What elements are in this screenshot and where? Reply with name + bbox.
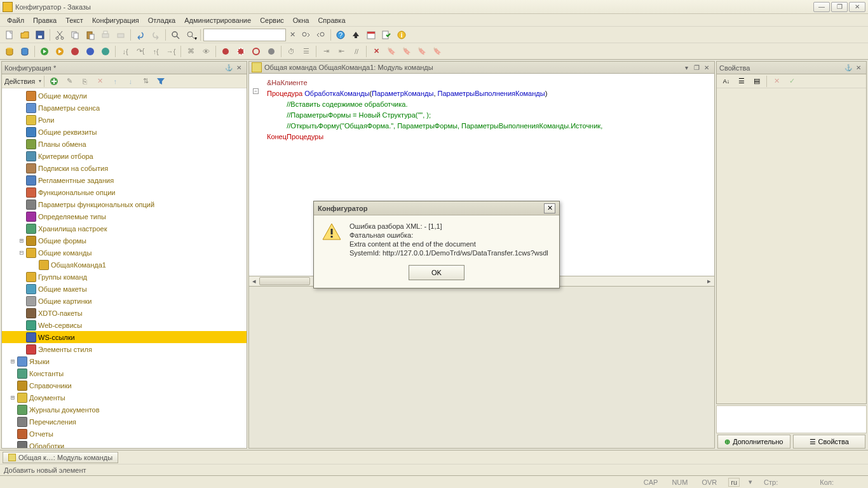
tree-item-10[interactable]: Определяемые типы xyxy=(2,210,247,222)
step-into-icon[interactable]: ↓{ xyxy=(118,44,132,58)
callstack-icon[interactable]: ☰ xyxy=(299,44,313,58)
info-icon[interactable]: i xyxy=(395,28,409,42)
bottom-tab[interactable]: Общая к…: Модуль команды xyxy=(3,452,118,463)
step-out-icon[interactable]: ↑{ xyxy=(149,44,163,58)
open-icon[interactable] xyxy=(18,28,32,42)
tree-item-23[interactable]: Константы xyxy=(2,367,247,379)
eval-expr-icon[interactable]: ⌘ xyxy=(184,44,198,58)
tree-item-2[interactable]: Роли xyxy=(2,114,247,126)
run-to-icon[interactable]: →{ xyxy=(164,44,178,58)
copy2-icon[interactable]: ⎘ xyxy=(78,74,92,88)
tree-item-28[interactable]: Отчеты xyxy=(2,428,247,440)
watch-icon[interactable]: 👁 xyxy=(199,44,213,58)
fold-icon[interactable]: − xyxy=(253,88,259,94)
menu-text[interactable]: Текст xyxy=(61,15,88,26)
tree-item-3[interactable]: Общие реквизиты xyxy=(2,126,247,138)
print-preview-icon[interactable] xyxy=(114,28,128,42)
config-tree[interactable]: Общие модулиПараметры сеансаРолиОбщие ре… xyxy=(2,88,247,448)
menu-help[interactable]: Справка xyxy=(313,15,349,26)
step-over-icon[interactable]: ↷{ xyxy=(133,44,147,58)
bookmark-set-icon[interactable]: 🔖 xyxy=(415,44,429,58)
bookmark-clr-icon[interactable]: 🔖 xyxy=(430,44,444,58)
ok-button[interactable]: OK xyxy=(409,265,465,280)
filter-icon[interactable] xyxy=(154,74,168,88)
menu-service[interactable]: Сервис xyxy=(255,15,288,26)
zoom-icon[interactable]: ▾ xyxy=(184,28,198,42)
breakpoint-disable-icon[interactable] xyxy=(249,44,263,58)
tree-item-4[interactable]: Планы обмена xyxy=(2,138,247,150)
panel-pin-icon[interactable]: ⚓ xyxy=(224,63,234,73)
tree-item-13[interactable]: ⊟Общие команды xyxy=(2,247,247,259)
cut-icon[interactable] xyxy=(53,28,67,42)
sort-az-icon[interactable]: A↓ xyxy=(719,74,733,88)
outdent-icon[interactable]: ⇤ xyxy=(334,44,348,58)
calendar-icon[interactable] xyxy=(364,28,378,42)
breakpoint-icon[interactable] xyxy=(219,44,233,58)
tree-item-20[interactable]: WS-ссылки xyxy=(2,331,247,343)
tab-additional[interactable]: ⊕Дополнительно xyxy=(717,435,790,449)
find-icon[interactable] xyxy=(168,28,182,42)
tree-item-17[interactable]: Общие картинки xyxy=(2,295,247,307)
menu-debug[interactable]: Отладка xyxy=(144,15,180,26)
breakpoint-cond-icon[interactable] xyxy=(234,44,248,58)
menu-config[interactable]: Конфигурация xyxy=(88,15,144,26)
breakpoint-remove-icon[interactable] xyxy=(264,44,278,58)
tab-close-icon[interactable]: ✕ xyxy=(702,62,712,72)
tree-item-25[interactable]: ⊞Документы xyxy=(2,391,247,403)
maximize-button[interactable]: ❐ xyxy=(831,2,848,12)
menu-edit[interactable]: Правка xyxy=(29,15,61,26)
bookmark-prev-icon[interactable]: 🔖 xyxy=(400,44,414,58)
comment-icon[interactable]: // xyxy=(349,44,363,58)
scroll-right-icon[interactable]: ▸ xyxy=(704,276,714,286)
tree-item-8[interactable]: Функциональные опции xyxy=(2,186,247,198)
tab-dropdown-icon[interactable]: ▾ xyxy=(681,62,691,72)
tree-item-6[interactable]: Подписки на события xyxy=(2,162,247,174)
tree-item-18[interactable]: XDTO-пакеты xyxy=(2,307,247,319)
run-continue-icon[interactable] xyxy=(83,44,97,58)
props-close-icon[interactable]: ✕ xyxy=(853,63,864,73)
redo-icon[interactable] xyxy=(149,28,163,42)
categorize-icon[interactable]: ☰ xyxy=(735,74,749,88)
tree-item-19[interactable]: Web-сервисы xyxy=(2,319,247,331)
close-button[interactable]: ✕ xyxy=(849,2,865,12)
delete-icon[interactable]: ✕ xyxy=(93,74,107,88)
down-icon[interactable]: ↓ xyxy=(123,74,137,88)
expand-icon[interactable]: ⊟ xyxy=(17,248,26,257)
run-icon[interactable] xyxy=(37,44,51,58)
undo-icon[interactable] xyxy=(133,28,147,42)
print-icon[interactable] xyxy=(98,28,112,42)
db-connect-icon[interactable] xyxy=(3,44,17,58)
tab-properties[interactable]: ☰Свойства xyxy=(793,435,866,449)
tree-item-0[interactable]: Общие модули xyxy=(2,90,247,102)
tree-item-9[interactable]: Параметры функциональных опций xyxy=(2,198,247,210)
copy-icon[interactable] xyxy=(68,28,82,42)
prop-chk-icon[interactable]: ✓ xyxy=(785,74,799,88)
tree-item-7[interactable]: Регламентные задания xyxy=(2,174,247,186)
help-icon[interactable]: ? xyxy=(334,28,348,42)
menu-admin[interactable]: Администрирование xyxy=(180,15,255,26)
run-debug-icon[interactable] xyxy=(53,44,67,58)
filter2-icon[interactable]: ▤ xyxy=(750,74,764,88)
new-icon[interactable] xyxy=(3,28,17,42)
dialog-close-icon[interactable]: ✕ xyxy=(544,203,555,214)
menu-windows[interactable]: Окна xyxy=(288,15,314,26)
edit-icon[interactable]: ✎ xyxy=(62,74,76,88)
tree-item-14[interactable]: ОбщаяКоманда1 xyxy=(2,259,247,271)
lang-dd-icon[interactable]: ▾ xyxy=(749,478,752,486)
tab-restore-icon[interactable]: ❐ xyxy=(691,62,702,72)
up-icon[interactable]: ↑ xyxy=(108,74,122,88)
clear-search-icon[interactable]: ✕ xyxy=(287,29,297,41)
tree-item-24[interactable]: Справочники xyxy=(2,379,247,391)
tree-item-15[interactable]: Группы команд xyxy=(2,271,247,283)
minimize-button[interactable]: — xyxy=(813,2,830,12)
panel-close-icon[interactable]: ✕ xyxy=(234,63,244,73)
tree-item-11[interactable]: Хранилища настроек xyxy=(2,222,247,234)
cap-icon[interactable] xyxy=(349,28,363,42)
syntax-check-icon[interactable] xyxy=(379,28,393,42)
status-lang[interactable]: ru xyxy=(728,478,740,487)
add-icon[interactable] xyxy=(47,74,61,88)
tree-item-22[interactable]: ⊞Языки xyxy=(2,355,247,367)
expand-icon[interactable]: ⊞ xyxy=(8,357,17,365)
save-icon[interactable] xyxy=(33,28,47,42)
close-tab-icon[interactable]: ✕ xyxy=(369,44,383,58)
